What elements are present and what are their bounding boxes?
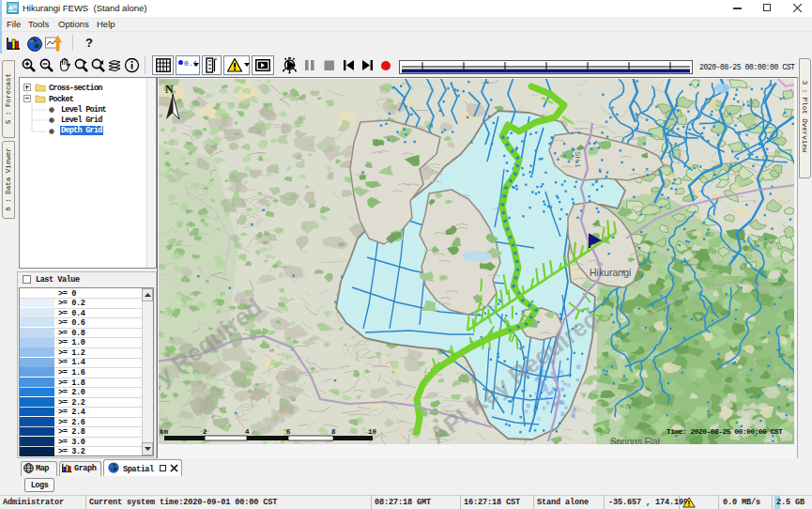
svg-text:N: N [165,83,174,96]
svg-text:Springs Flat: Springs Flat [610,437,661,444]
svg-text:SH 1: SH 1 [574,151,582,168]
svg-text:4: 4 [245,428,250,436]
svg-text:10: 10 [368,428,377,436]
svg-text:Time: 2020-08-25 00:00:00 CST: Time: 2020-08-25 00:00:00 CST [666,427,783,436]
svg-text:Hikurangi: Hikurangi [590,267,631,278]
svg-text:6: 6 [286,428,291,436]
svg-text:km: km [160,428,169,436]
svg-text:8: 8 [331,428,336,436]
svg-text:2: 2 [203,428,207,436]
